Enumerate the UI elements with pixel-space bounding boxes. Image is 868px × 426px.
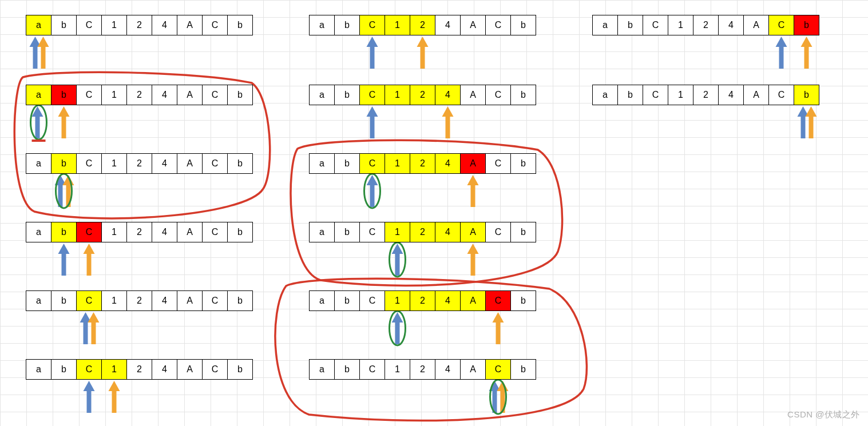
svg-marker-51 [801,37,812,47]
cell: C [76,290,102,311]
row-L0: abC124ACb [26,15,253,35]
cell: C [76,15,102,35]
cell: b [794,85,819,105]
cell: b [334,359,360,380]
cell: 4 [435,222,461,242]
svg-marker-53 [798,106,809,117]
cell: C [485,359,511,380]
cell: 1 [101,153,127,174]
cell: 4 [435,359,461,380]
cell: a [309,290,335,311]
cell: 4 [152,222,177,242]
cell: C [202,15,228,35]
cell: 4 [435,15,461,35]
cell: b [510,290,536,311]
cell: 4 [435,85,461,105]
row-L1: abC124ACb [26,85,253,105]
blue-pointer-arrow [776,37,787,69]
cell: A [177,290,203,311]
cell: 1 [101,15,127,35]
cell: a [309,153,335,174]
cell: A [460,222,486,242]
blue-pointer-arrow [84,381,95,413]
cell: C [359,359,385,380]
blue-pointer-arrow [392,244,403,276]
cell: A [177,15,203,35]
svg-marker-5 [32,106,43,117]
svg-marker-19 [88,312,100,323]
svg-marker-1 [30,37,41,47]
cell: C [202,85,228,105]
cell: C [359,15,385,35]
cell: C [359,85,385,105]
cell: C [359,153,385,174]
row-M3: abC124ACb [309,222,536,242]
green-circle-annotation [31,105,47,140]
cell: a [309,222,335,242]
cell: A [177,85,203,105]
cell: b [334,153,360,174]
cell: 4 [718,85,744,105]
blue-pointer-arrow [55,175,66,207]
green-circle-annotation [56,174,72,208]
cell: 2 [126,290,152,311]
cell: C [76,85,102,105]
svg-marker-31 [442,106,454,117]
cell: 1 [668,85,693,105]
row-M2: abC124ACb [309,153,536,174]
cell: 1 [668,15,693,35]
cell: C [768,85,794,105]
orange-pointer-arrow [109,381,120,413]
cell: 4 [152,290,177,311]
row-L5: abC124ACb [26,359,253,380]
cell: a [309,15,335,35]
svg-marker-55 [806,106,817,117]
cell: A [177,359,203,380]
cell: 2 [693,85,719,105]
cell: a [26,290,51,311]
cell: b [510,222,536,242]
cell: A [177,153,203,174]
cell: 4 [152,153,177,174]
cell: A [460,290,486,311]
cell: C [485,153,511,174]
blue-pointer-arrow [58,244,70,276]
cell: b [334,222,360,242]
svg-marker-37 [392,244,403,254]
row-L2: abC124ACb [26,153,253,174]
cell: a [26,85,51,105]
cell: a [309,359,335,380]
cell: b [510,85,536,105]
blue-pointer-arrow [367,175,378,207]
watermark: CSDN @伏城之外 [787,409,860,420]
row-M1: abC124ACb [309,85,536,105]
svg-marker-11 [63,175,74,185]
cell: a [592,85,618,105]
cell: b [51,15,77,35]
cell: 2 [410,222,435,242]
cell: 4 [152,359,177,380]
cell: C [76,222,102,242]
svg-marker-47 [497,381,509,391]
blue-pointer-arrow [392,312,403,344]
cell: b [617,85,643,105]
svg-marker-29 [367,106,378,117]
blue-pointer-arrow [30,37,41,69]
green-circle-annotation [490,380,506,414]
svg-marker-39 [467,244,479,254]
cell: 2 [410,290,435,311]
row-M5: abC124ACb [309,359,536,380]
blue-pointer-arrow [367,37,378,69]
svg-marker-49 [776,37,787,47]
cell: A [460,359,486,380]
orange-pointer-arrow [467,244,479,276]
orange-pointer-arrow [417,37,429,69]
orange-pointer-arrow [493,312,504,344]
cell: 2 [126,85,152,105]
cell: b [510,153,536,174]
cell: 2 [126,222,152,242]
cell: C [485,290,511,311]
cell: a [592,15,618,35]
svg-marker-3 [38,37,49,47]
svg-marker-13 [58,244,70,254]
